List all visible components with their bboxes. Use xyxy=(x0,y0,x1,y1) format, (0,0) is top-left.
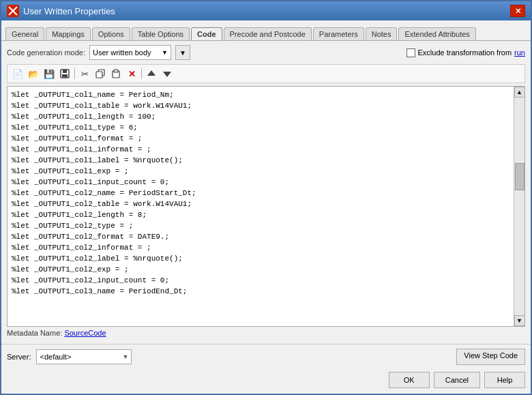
code-mode-arrow-icon: ▼ xyxy=(162,49,168,56)
separator-1 xyxy=(74,68,75,79)
action-buttons: OK Cancel Help xyxy=(1,369,531,394)
code-editor[interactable]: %let _OUTPUT1_col1_name = Period_Nm; %le… xyxy=(8,87,514,326)
server-label: Server: xyxy=(7,353,31,361)
tab-general[interactable]: General xyxy=(5,27,44,40)
view-step-code-button[interactable]: View Step Code xyxy=(456,349,525,365)
svg-marker-9 xyxy=(147,70,156,76)
new-file-btn[interactable]: 📄 xyxy=(10,67,25,81)
server-value: <default> xyxy=(40,353,71,361)
svg-rect-8 xyxy=(114,70,118,72)
tab-options[interactable]: Options xyxy=(92,27,130,40)
down-btn[interactable] xyxy=(160,67,175,81)
svg-marker-10 xyxy=(163,72,171,77)
metadata-label: Metadata Name: xyxy=(7,329,62,337)
tabs-bar: GeneralMappingsOptionsTable OptionsCodeP… xyxy=(1,20,531,41)
tab-code[interactable]: Code xyxy=(191,27,222,40)
exclude-checkbox[interactable] xyxy=(407,48,415,57)
dropdown-extra-btn[interactable]: ▼ xyxy=(175,45,190,60)
vertical-scrollbar[interactable]: ▲ ▼ xyxy=(514,87,524,326)
close-button[interactable]: ✕ xyxy=(510,5,525,17)
exclude-area: Exclude transformation from run xyxy=(407,48,525,57)
scroll-track xyxy=(514,98,525,315)
bottom-bar: Server: <default> ▼ View Step Code xyxy=(1,344,531,369)
main-window: User Written Properties ✕ GeneralMapping… xyxy=(0,0,532,395)
svg-rect-4 xyxy=(62,74,68,77)
content-area: Code generation mode: User written body … xyxy=(1,41,531,344)
code-editor-container: %let _OUTPUT1_col1_name = Period_Nm; %le… xyxy=(7,86,525,327)
open-btn[interactable]: 📂 xyxy=(26,67,41,81)
paste-btn[interactable] xyxy=(108,67,123,81)
scroll-thumb[interactable] xyxy=(515,163,524,190)
tab-precode-and-postcode[interactable]: Precode and Postcode xyxy=(224,27,312,40)
run-link[interactable]: run xyxy=(514,48,525,57)
tab-notes[interactable]: Notes xyxy=(366,27,398,40)
metadata-link[interactable]: SourceCode xyxy=(64,329,106,337)
separator-2 xyxy=(141,68,142,79)
tab-extended-attributes[interactable]: Extended Attributes xyxy=(398,27,475,40)
cut-btn[interactable]: ✂ xyxy=(77,67,92,81)
save-btn[interactable]: 💾 xyxy=(42,67,57,81)
save-all-btn[interactable] xyxy=(57,67,72,81)
code-mode-bar: Code generation mode: User written body … xyxy=(7,45,525,60)
window-title: User Written Properties xyxy=(23,6,115,16)
help-button[interactable]: Help xyxy=(484,372,525,388)
tab-mappings[interactable]: Mappings xyxy=(46,27,91,40)
svg-rect-3 xyxy=(63,70,67,73)
code-toolbar: 📄 📂 💾 ✂ xyxy=(7,64,525,83)
exclude-label: Exclude transformation from xyxy=(418,48,512,57)
metadata-bar: Metadata Name: SourceCode xyxy=(7,329,525,340)
copy-btn[interactable] xyxy=(93,67,108,81)
server-arrow-icon: ▼ xyxy=(123,353,129,360)
tab-parameters[interactable]: Parameters xyxy=(313,27,364,40)
tab-table-options[interactable]: Table Options xyxy=(132,27,190,40)
scroll-down-btn[interactable]: ▼ xyxy=(514,315,525,326)
delete-btn[interactable]: ✕ xyxy=(124,67,139,81)
cancel-button[interactable]: Cancel xyxy=(434,372,480,388)
server-dropdown[interactable]: <default> ▼ xyxy=(36,349,132,364)
svg-rect-6 xyxy=(96,72,102,78)
up-btn[interactable] xyxy=(144,67,159,81)
code-mode-label: Code generation mode: xyxy=(7,48,85,57)
app-icon xyxy=(7,5,19,17)
scroll-up-btn[interactable]: ▲ xyxy=(514,87,525,98)
title-bar: User Written Properties ✕ xyxy=(1,1,531,20)
code-mode-dropdown[interactable]: User written body ▼ xyxy=(89,45,171,60)
ok-button[interactable]: OK xyxy=(389,372,430,388)
